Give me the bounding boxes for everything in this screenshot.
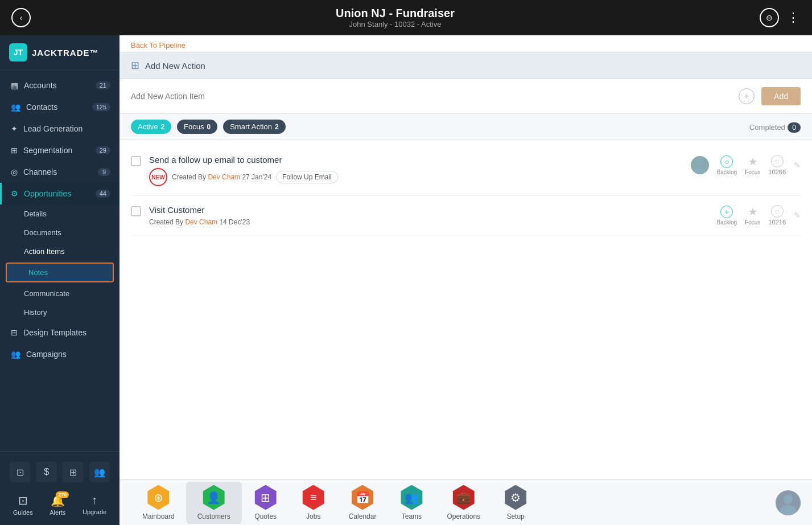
action-tag-1: Follow Up Email — [276, 171, 338, 183]
backlog-group-2: + Backlog — [717, 206, 737, 225]
calendar-label: Calendar — [349, 512, 377, 520]
plus-circle-2[interactable]: ○ — [771, 205, 784, 218]
lead-generation-icon: ✦ — [11, 124, 18, 133]
add-action-icon: ⊞ — [131, 59, 139, 72]
edit-icon-2[interactable]: ✎ — [794, 211, 801, 220]
sidebar-sub-communicate[interactable]: Communicate — [0, 284, 119, 303]
sidebar-item-label: Design Templates — [23, 328, 86, 337]
sidebar-bottom: ⊡ $ ⊞ 👥 ⊡ Guides 🔔 270 Alerts ↑ Upgrade — [0, 451, 119, 525]
action-item-title-2: Visit Customer — [149, 205, 709, 215]
tab-focus-label: Focus — [184, 122, 204, 131]
backlog-label-1: Backlog — [717, 169, 737, 175]
mainboard-label: Mainboard — [142, 512, 175, 520]
add-circle-button[interactable]: + — [739, 88, 755, 104]
sidebar-item-campaigns[interactable]: 👥 Campaigns — [0, 343, 119, 365]
action-item-checkbox-1[interactable] — [131, 156, 141, 166]
tab-active-label: Active — [138, 122, 158, 131]
quotes-icon: ⊞ — [253, 485, 278, 510]
backlog-circle-2[interactable]: + — [720, 206, 733, 218]
back-button[interactable]: ‹ — [11, 8, 31, 27]
edit-icon-1[interactable]: ✎ — [794, 161, 801, 170]
sidebar-icon-2[interactable]: $ — [36, 462, 57, 482]
teams-label: Teams — [402, 512, 422, 520]
created-text-2: Created By Dev Cham 14 Dec'23 — [149, 218, 250, 226]
plus-circle-1[interactable]: ○ — [771, 155, 784, 167]
bn-teams[interactable]: 👥 Teams — [388, 482, 435, 524]
sidebar-icon-4[interactable]: 👥 — [89, 462, 110, 482]
svg-point-0 — [696, 159, 703, 166]
bn-calendar[interactable]: 📅 Calendar — [337, 482, 388, 524]
focus-star-2[interactable]: ★ — [748, 206, 757, 218]
tab-smart-label: Smart Action — [230, 122, 272, 131]
bn-operations[interactable]: 💼 Operations — [435, 482, 492, 524]
focus-star-1[interactable]: ★ — [748, 155, 757, 168]
sidebar-logo: JT JACKTRADE™ — [0, 35, 119, 70]
action-input-row: + Add — [119, 79, 812, 114]
guides-icon: ⊡ — [18, 494, 28, 507]
bn-jobs[interactable]: ≡ Jobs — [290, 482, 337, 524]
back-to-pipeline-link[interactable]: Back To Pipeline — [119, 35, 812, 52]
sidebar-item-segmentation[interactable]: ⊞ Segmentation 29 — [0, 140, 119, 161]
bn-customers[interactable]: 👤 Customers — [186, 482, 242, 524]
channels-icon: ◎ — [11, 167, 18, 177]
action-item-checkbox-2[interactable] — [131, 206, 141, 216]
sidebar-icon-1[interactable]: ⊡ — [10, 462, 30, 482]
sidebar-item-label: Segmentation — [23, 146, 72, 155]
filter-button[interactable]: ⊖ — [760, 8, 779, 27]
tab-focus-count: 0 — [207, 123, 211, 131]
tab-smart-action[interactable]: Smart Action 2 — [223, 120, 285, 134]
sidebar-sub-notes[interactable]: Notes — [6, 262, 114, 282]
alerts-badge: 270 — [56, 491, 69, 498]
backlog-group-1: ○ Backlog — [717, 155, 737, 175]
tab-active[interactable]: Active 2 — [131, 120, 171, 134]
opportunities-badge: 44 — [96, 190, 110, 198]
header-right: ⊖ ⋮ — [760, 8, 801, 27]
action-item-meta-1: NEW Created By Dev Cham 27 Jan'24 Follow… — [149, 168, 683, 186]
bn-setup[interactable]: ⚙ Setup — [492, 482, 539, 524]
guides-button[interactable]: ⊡ Guides — [13, 494, 33, 516]
more-options-button[interactable]: ⋮ — [787, 10, 801, 25]
sidebar-sub-documents[interactable]: Documents — [0, 223, 119, 242]
sidebar-footer-nav: ⊡ Guides 🔔 270 Alerts ↑ Upgrade — [0, 487, 119, 519]
completed-label: Completed — [749, 123, 785, 132]
focus-group-1: ★ Focus — [745, 155, 760, 175]
backlog-circle-1[interactable]: ○ — [720, 155, 733, 168]
action-items-list: Send a follow up email to customer NEW C… — [119, 140, 812, 479]
contacts-badge: 125 — [92, 103, 110, 111]
tab-focus[interactable]: Focus 0 — [177, 120, 217, 134]
action-number-1: 10266 — [768, 169, 786, 175]
bottom-nav: ⊛ Mainboard 👤 Customers ⊞ Quotes ≡ Jobs … — [119, 479, 812, 525]
number-group-1: ○ 10266 — [768, 155, 786, 175]
action-item-meta-2: Created By Dev Cham 14 Dec'23 — [149, 218, 709, 226]
number-group-2: ○ 10216 — [768, 205, 786, 225]
bn-quotes[interactable]: ⊞ Quotes — [242, 482, 290, 524]
segmentation-icon: ⊞ — [11, 146, 18, 155]
sidebar-item-contacts[interactable]: 👥 Contacts 125 — [0, 96, 119, 118]
sidebar-item-opportunities[interactable]: ⚙ Opportunities 44 — [0, 183, 119, 204]
guides-label: Guides — [13, 509, 33, 516]
logo-text: JACKTRADE™ — [32, 48, 99, 58]
add-action-bar: ⊞ Add New Action — [119, 52, 812, 79]
contacts-icon: 👥 — [11, 102, 20, 112]
alerts-button[interactable]: 🔔 270 Alerts — [50, 494, 65, 516]
tab-active-count: 2 — [160, 123, 164, 131]
bn-mainboard[interactable]: ⊛ Mainboard — [131, 482, 186, 524]
sidebar-item-design-templates[interactable]: ⊟ Design Templates — [0, 322, 119, 343]
sidebar-sub-action-items[interactable]: Action Items — [0, 242, 119, 261]
action-item-actions-1: ○ Backlog ★ Focus ○ 10266 ✎ — [691, 155, 801, 175]
sidebar-item-channels[interactable]: ◎ Channels 9 — [0, 161, 119, 183]
sidebar-icon-3[interactable]: ⊞ — [63, 462, 83, 482]
channels-badge: 9 — [98, 168, 110, 176]
sidebar-item-accounts[interactable]: ▦ Accounts 21 — [0, 75, 119, 96]
avatar-1 — [691, 156, 709, 174]
upgrade-button[interactable]: ↑ Upgrade — [83, 494, 106, 516]
logo-icon: JT — [9, 43, 27, 61]
action-item-input[interactable] — [131, 92, 732, 101]
operations-label: Operations — [447, 512, 480, 520]
page-subtitle: John Stanly - 10032 - Active — [336, 20, 455, 28]
add-action-button[interactable]: Add — [761, 87, 801, 105]
sidebar-item-lead-generation[interactable]: ✦ Lead Generation — [0, 118, 119, 140]
user-avatar[interactable] — [776, 490, 801, 515]
sidebar-sub-history[interactable]: History — [0, 303, 119, 322]
sidebar-sub-details[interactable]: Details — [0, 204, 119, 223]
